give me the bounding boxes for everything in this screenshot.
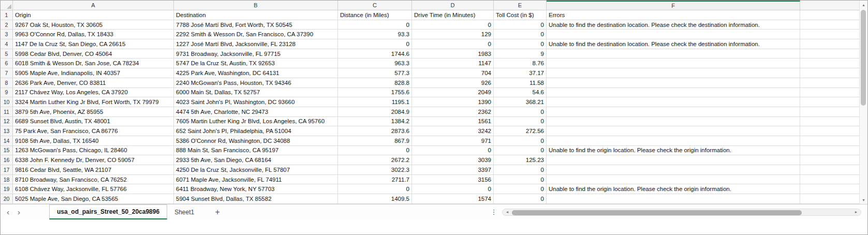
row-header-2[interactable]: 2 xyxy=(1,20,13,30)
row-header-14[interactable]: 14 xyxy=(1,136,13,146)
cell-E11[interactable]: 0 xyxy=(494,107,547,117)
cell-F17[interactable] xyxy=(547,165,800,175)
horizontal-scrollbar[interactable]: ◄ ► xyxy=(502,209,861,216)
cell-D13[interactable]: 3242 xyxy=(412,126,494,136)
cell-D10[interactable]: 1390 xyxy=(412,97,494,107)
cell-B3[interactable]: 2292 Smith & Wesson Dr, San Francisco, C… xyxy=(174,30,338,39)
cell-E17[interactable]: 0 xyxy=(494,165,547,175)
cell-D14[interactable]: 971 xyxy=(412,136,494,146)
cell-B8[interactable]: 2240 McGowan's Pass, Houston, TX 94346 xyxy=(174,78,338,88)
cell-E1[interactable]: Toll Cost (in $) xyxy=(494,10,547,20)
cell-A11[interactable]: 3879 5th Ave, Phoenix, AZ 85955 xyxy=(13,107,174,117)
cell-E6[interactable]: 8.76 xyxy=(494,58,547,68)
row-header-8[interactable]: 8 xyxy=(1,78,13,88)
cell-B12[interactable]: 7605 Martin Luther King Jr Blvd, Los Ang… xyxy=(174,117,338,127)
cell-E3[interactable]: 0 xyxy=(494,30,547,39)
cell-C12[interactable]: 1384.2 xyxy=(338,117,412,127)
cell-A13[interactable]: 75 Park Ave, San Francisco, CA 86776 xyxy=(13,126,174,136)
cell-F14[interactable] xyxy=(547,136,800,146)
more-options-icon[interactable]: ⋮ xyxy=(489,208,499,216)
cell-D7[interactable]: 704 xyxy=(412,68,494,78)
cell-A20[interactable]: 5025 Maple Ave, San Diego, CA 53565 xyxy=(13,194,174,204)
cell-F7[interactable] xyxy=(547,68,800,78)
row-header-4[interactable]: 4 xyxy=(1,39,13,49)
cell-A1[interactable]: Origin xyxy=(13,10,174,20)
cell-C11[interactable]: 2084.9 xyxy=(338,107,412,117)
scroll-down-icon[interactable]: ▼ xyxy=(860,196,867,204)
cell-C5[interactable]: 1744.6 xyxy=(338,49,412,59)
vertical-scrollbar-thumb[interactable] xyxy=(861,10,866,106)
cell-D8[interactable]: 926 xyxy=(412,78,494,88)
row-header-20[interactable]: 20 xyxy=(1,194,13,204)
cell-B20[interactable]: 5904 Sunset Blvd, Dallas, TX 85582 xyxy=(174,194,338,204)
column-header-A[interactable]: A xyxy=(13,1,174,10)
cell-C17[interactable]: 3022.3 xyxy=(338,165,412,175)
cell-C14[interactable]: 867.9 xyxy=(338,136,412,146)
cell-A15[interactable]: 1263 McGowan's Pass, Chicago, IL 28460 xyxy=(13,146,174,156)
cell-F11[interactable] xyxy=(547,107,800,117)
cell-B1[interactable]: Destination xyxy=(174,10,338,20)
cell-A14[interactable]: 9108 5th Ave, Dallas, TX 16540 xyxy=(13,136,174,146)
cell-E8[interactable]: 11.58 xyxy=(494,78,547,88)
vertical-scrollbar[interactable]: ▲ ▼ xyxy=(859,1,867,204)
cell-A3[interactable]: 9963 O'Connor Rd, Dallas, TX 18433 xyxy=(13,30,174,39)
column-header-C[interactable]: C xyxy=(338,1,412,10)
cell-E5[interactable]: 9 xyxy=(494,49,547,59)
cell-A4[interactable]: 1147 De la Cruz St, San Diego, CA 26615 xyxy=(13,39,174,49)
cell-B7[interactable]: 4225 Park Ave, Washington, DC 64131 xyxy=(174,68,338,78)
row-header-13[interactable]: 13 xyxy=(1,126,13,136)
column-header-B[interactable]: B xyxy=(174,1,338,10)
cell-F4[interactable]: Unable to find the destination location.… xyxy=(547,39,800,49)
row-header-11[interactable]: 11 xyxy=(1,107,13,117)
cell-D17[interactable]: 3397 xyxy=(412,165,494,175)
cell-A12[interactable]: 6689 Sunset Blvd, Austin, TX 48001 xyxy=(13,117,174,127)
cell-C15[interactable]: 0 xyxy=(338,146,412,156)
cell-A7[interactable]: 5905 Maple Ave, Indianapolis, IN 40357 xyxy=(13,68,174,78)
row-header-6[interactable]: 6 xyxy=(1,58,13,68)
cell-A8[interactable]: 2636 Park Ave, Denver, CO 83811 xyxy=(13,78,174,88)
cell-C6[interactable]: 963.3 xyxy=(338,58,412,68)
horizontal-scrollbar-thumb[interactable] xyxy=(512,210,802,215)
cell-E20[interactable]: 0 xyxy=(494,194,547,204)
cell-C4[interactable]: 0 xyxy=(338,39,412,49)
cell-E4[interactable]: 0 xyxy=(494,39,547,49)
cell-E15[interactable]: 0 xyxy=(494,146,547,156)
cell-F19[interactable]: Unable to find the origin location. Plea… xyxy=(547,184,800,194)
row-header-1[interactable]: 1 xyxy=(1,10,13,20)
cell-E13[interactable]: 272.56 xyxy=(494,126,547,136)
sheet-tab-1[interactable]: usa_od_pairs_Street_50_20ca9896 xyxy=(49,204,167,219)
cell-C19[interactable]: 0 xyxy=(338,184,412,194)
select-all-corner[interactable] xyxy=(1,1,13,10)
cell-D4[interactable]: 0 xyxy=(412,39,494,49)
cell-F9[interactable] xyxy=(547,88,800,98)
cell-E10[interactable]: 368.21 xyxy=(494,97,547,107)
cell-E12[interactable]: 0 xyxy=(494,117,547,127)
row-header-7[interactable]: 7 xyxy=(1,68,13,78)
row-header-19[interactable]: 19 xyxy=(1,184,13,194)
cell-B18[interactable]: 6071 Maple Ave, Jacksonville, FL 74911 xyxy=(174,175,338,185)
column-header-D[interactable]: D xyxy=(412,1,494,10)
cell-E19[interactable]: 0 xyxy=(494,184,547,194)
cell-F3[interactable] xyxy=(547,30,800,39)
cell-B4[interactable]: 1227 José Martí Blvd, Jacksonville, FL 2… xyxy=(174,39,338,49)
cell-F2[interactable]: Unable to find the destination location.… xyxy=(547,20,800,30)
row-header-15[interactable]: 15 xyxy=(1,146,13,156)
cell-C10[interactable]: 1195.1 xyxy=(338,97,412,107)
cell-F16[interactable] xyxy=(547,155,800,165)
cell-E14[interactable]: 0 xyxy=(494,136,547,146)
column-header-E[interactable]: E xyxy=(494,1,547,10)
row-header-17[interactable]: 17 xyxy=(1,165,13,175)
cell-C3[interactable]: 93.3 xyxy=(338,30,412,39)
row-header-18[interactable]: 18 xyxy=(1,175,13,185)
cell-E9[interactable]: 54.6 xyxy=(494,88,547,98)
column-header-F[interactable]: F xyxy=(547,1,800,10)
scroll-up-icon[interactable]: ▲ xyxy=(860,1,867,9)
cell-D5[interactable]: 1983 xyxy=(412,49,494,59)
cell-F10[interactable] xyxy=(547,97,800,107)
cell-C1[interactable]: Distance (in Miles) xyxy=(338,10,412,20)
cell-B14[interactable]: 5386 O'Connor Rd, Washington, DC 34088 xyxy=(174,136,338,146)
scroll-right-icon[interactable]: ► xyxy=(852,209,860,215)
cell-D11[interactable]: 2362 xyxy=(412,107,494,117)
cell-B6[interactable]: 5747 De la Cruz St, Austin, TX 92653 xyxy=(174,58,338,68)
cell-C13[interactable]: 2873.6 xyxy=(338,126,412,136)
